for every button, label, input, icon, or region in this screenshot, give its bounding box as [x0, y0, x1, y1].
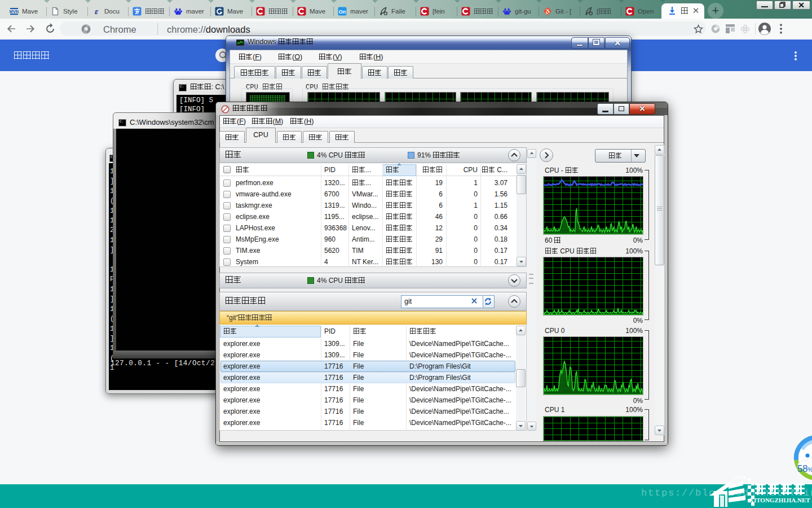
- svg-text:MVN: MVN: [10, 9, 19, 14]
- svg-text:ε: ε: [95, 7, 99, 16]
- svg-text:On: On: [339, 9, 346, 15]
